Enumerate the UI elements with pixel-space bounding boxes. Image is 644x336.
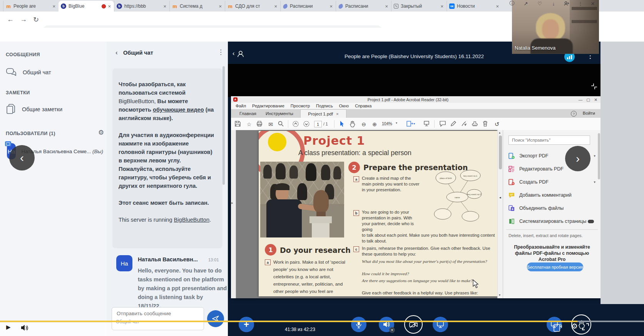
page-number-input[interactable]: 1	[314, 121, 322, 127]
heart-icon[interactable]: ♡	[537, 0, 543, 7]
window-maximize-icon[interactable]: ▢	[586, 97, 590, 102]
reload-icon[interactable]: ↻	[33, 15, 39, 24]
acrobat-tab-document[interactable]: Project 1.pdf×	[300, 109, 346, 118]
playback-progress-bar[interactable]	[0, 321, 577, 322]
tab-close-icon[interactable]: ×	[52, 3, 56, 9]
chevron-down-icon[interactable]: ▾	[413, 122, 415, 125]
panel-scrollbar[interactable]	[598, 133, 600, 179]
free-trial-button[interactable]: Бесплатная пробная версия	[527, 262, 583, 271]
tab-raspisanie-2[interactable]: Расписани×	[336, 1, 391, 12]
screenshare-button[interactable]	[433, 317, 448, 332]
webcam-off-button[interactable]	[404, 315, 423, 334]
tab-close-icon[interactable]: ×	[384, 3, 389, 9]
acrobat-tab-tools[interactable]: Инструменты	[262, 109, 297, 118]
users-settings-gear-icon[interactable]: ⚙	[98, 129, 104, 137]
message-input[interactable]	[116, 310, 201, 317]
playback-remaining-bar[interactable]	[577, 321, 644, 322]
add-person-icon[interactable]	[564, 0, 570, 7]
tab-sdo[interactable]: mСДО для ст×	[225, 1, 280, 12]
help-icon[interactable]: ?	[571, 111, 577, 117]
select-cursor-icon[interactable]	[340, 121, 346, 128]
scrollbar-thumb[interactable]	[499, 135, 502, 169]
chevron-down-icon[interactable]: ▾	[594, 154, 595, 158]
window-close-icon[interactable]: ✕	[594, 97, 597, 102]
forward-icon[interactable]: →	[20, 15, 27, 23]
hand-tool-icon[interactable]	[350, 121, 356, 128]
download-icon[interactable]: ↓	[550, 0, 557, 7]
sidebar-item-public-chat[interactable]: Общий чат	[6, 65, 102, 79]
more-kebab-icon[interactable]: ⋮	[577, 0, 584, 7]
scroll-up-icon[interactable]: ▴	[499, 131, 500, 134]
menu-help[interactable]: Справка	[355, 104, 371, 108]
zoom-out-icon[interactable]: ⊖	[360, 121, 367, 128]
tab-bbb-url[interactable]: bhttps://bbb×	[114, 1, 169, 12]
signin-button[interactable]: Войти	[583, 111, 595, 115]
page-display-icon[interactable]	[423, 121, 430, 128]
menu-window[interactable]: Окно	[339, 104, 349, 108]
menu-sign[interactable]: Подпись	[316, 104, 333, 108]
tab-close-icon[interactable]: ×	[329, 3, 333, 9]
tab-raspisanie-1[interactable]: Расписани×	[280, 1, 336, 12]
menu-file[interactable]: Файл	[236, 104, 246, 108]
tutorial-videos-link[interactable]: обучающие видео	[153, 107, 204, 113]
close-icon[interactable]: ✕	[590, 0, 596, 7]
tab-zakryty[interactable]: ✎Закрытый×	[391, 1, 447, 12]
actions-plus-button[interactable]: +	[239, 317, 254, 332]
next-page-icon[interactable]	[303, 121, 310, 128]
chat-back-chevron-icon[interactable]: ‹	[115, 49, 118, 57]
acrobat-title-bar[interactable]: A Project 1.pdf - Adobe Acrobat Reader (…	[231, 96, 601, 103]
window-minimize-icon[interactable]: —	[579, 97, 583, 102]
nav-pane-expand-icon[interactable]: ▸	[231, 201, 233, 205]
tool-create-pdf[interactable]: Создать PDF▾	[509, 177, 595, 187]
microphone-button[interactable]	[351, 317, 366, 332]
print-icon[interactable]	[256, 121, 263, 128]
chevron-down-icon[interactable]: ▾	[396, 121, 397, 125]
zoom-level-dropdown[interactable]: 104%	[382, 121, 392, 126]
back-icon[interactable]: ←	[7, 15, 14, 23]
tab-close-icon[interactable]: ×	[273, 3, 278, 9]
email-icon[interactable]: ✉	[267, 121, 274, 128]
save-icon[interactable]	[235, 121, 242, 128]
previous-page-icon[interactable]	[293, 121, 299, 128]
chevron-down-icon[interactable]: ▾	[594, 180, 595, 184]
tab-sistema[interactable]: mСистема д×	[169, 1, 225, 12]
search-icon[interactable]	[278, 121, 285, 128]
play-button-icon[interactable]: ▶	[6, 324, 11, 331]
tool-combine-files[interactable]: Объединить файлы	[509, 203, 595, 213]
page-scrollbar[interactable]: ▴ ▾	[497, 130, 503, 298]
star-icon[interactable]: ☆	[246, 121, 253, 128]
audio-options-chevron-icon[interactable]: ▾	[389, 327, 395, 333]
rotate-icon[interactable]: ↺	[493, 121, 500, 128]
fullscreen-icon[interactable]	[582, 323, 589, 330]
fit-width-icon[interactable]	[406, 121, 413, 128]
tab-close-icon[interactable]: ×	[495, 3, 500, 9]
tab-close-icon[interactable]: ×	[440, 3, 444, 9]
scroll-down-icon[interactable]: ▾	[499, 293, 500, 297]
transcript-icon[interactable]	[554, 323, 562, 332]
zoom-in-icon[interactable]: ⊕	[371, 121, 378, 128]
tool-add-comment[interactable]: Добавить комментарий	[509, 190, 595, 200]
tab-close-icon[interactable]: ×	[107, 3, 112, 9]
tool-organize-pages[interactable]: Систематизировать страницы	[509, 216, 595, 226]
settings-gear-icon[interactable]: ⚙	[571, 322, 578, 331]
tab-close-icon[interactable]: ×	[336, 112, 339, 116]
audio-speaker-button[interactable]: ▾	[379, 317, 394, 332]
panel-collapse-icon[interactable]: ◂	[499, 196, 501, 199]
tab-close-icon[interactable]: ×	[218, 3, 222, 9]
panel-search-input[interactable]	[509, 135, 590, 145]
next-arrow-button[interactable]: ›	[565, 146, 590, 171]
info-icon[interactable]: ⓘ	[509, 0, 515, 7]
tab-bigblue-active[interactable]: bBigBlue×	[59, 1, 114, 12]
bigbluebutton-link[interactable]: BigBlueButton	[174, 217, 210, 223]
tab-close-icon[interactable]: ×	[162, 3, 167, 9]
tab-people-are[interactable]: mPeople are×	[3, 1, 59, 12]
sidebar-item-shared-notes[interactable]: Общие заметки	[6, 102, 102, 116]
chat-options-kebab-icon[interactable]: ⋮	[217, 48, 224, 56]
menu-view[interactable]: Просмотр	[291, 104, 310, 108]
previous-arrow-button[interactable]: ‹	[9, 145, 35, 171]
trash-icon[interactable]	[483, 121, 490, 128]
share-arrow-icon[interactable]: ↗	[523, 0, 529, 7]
acrobat-tab-home[interactable]: Главная	[236, 109, 260, 118]
volume-icon[interactable]	[21, 324, 29, 331]
comment-icon[interactable]	[440, 121, 447, 128]
